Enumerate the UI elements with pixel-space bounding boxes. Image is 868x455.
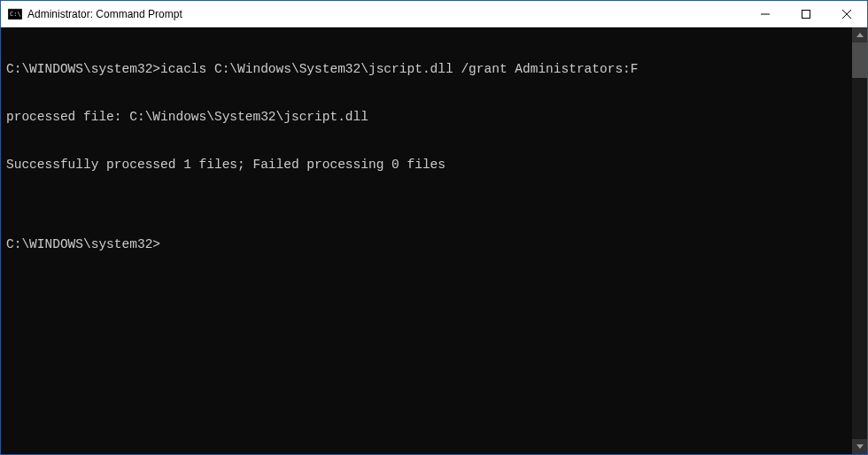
svg-marker-6 bbox=[856, 33, 864, 37]
svg-marker-7 bbox=[856, 444, 864, 449]
command-prompt-window: C:\ Administrator: Command Prompt C:\WIN… bbox=[0, 0, 868, 455]
terminal[interactable]: C:\WINDOWS\system32>icacls C:\Windows\Sy… bbox=[1, 27, 852, 454]
terminal-container: C:\WINDOWS\system32>icacls C:\Windows\Sy… bbox=[1, 27, 867, 454]
svg-text:C:\: C:\ bbox=[10, 11, 21, 18]
terminal-line: Successfully processed 1 files; Failed p… bbox=[6, 157, 852, 173]
terminal-line: C:\WINDOWS\system32> bbox=[6, 236, 852, 252]
terminal-line: C:\WINDOWS\system32>icacls C:\Windows\Sy… bbox=[6, 61, 852, 77]
scrollbar-thumb[interactable] bbox=[852, 42, 867, 78]
vertical-scrollbar[interactable] bbox=[852, 27, 867, 454]
window-title: Administrator: Command Prompt bbox=[27, 8, 745, 20]
scrollbar-down-arrow-icon[interactable] bbox=[852, 439, 867, 454]
minimize-button[interactable] bbox=[745, 1, 786, 27]
window-controls bbox=[745, 1, 867, 27]
maximize-button[interactable] bbox=[786, 1, 826, 27]
titlebar[interactable]: C:\ Administrator: Command Prompt bbox=[1, 1, 867, 27]
scrollbar-track[interactable] bbox=[852, 42, 867, 439]
app-icon: C:\ bbox=[8, 7, 22, 21]
close-button[interactable] bbox=[826, 1, 867, 27]
svg-rect-3 bbox=[802, 10, 810, 18]
scrollbar-up-arrow-icon[interactable] bbox=[852, 27, 867, 42]
terminal-line: processed file: C:\Windows\System32\jscr… bbox=[6, 109, 852, 125]
